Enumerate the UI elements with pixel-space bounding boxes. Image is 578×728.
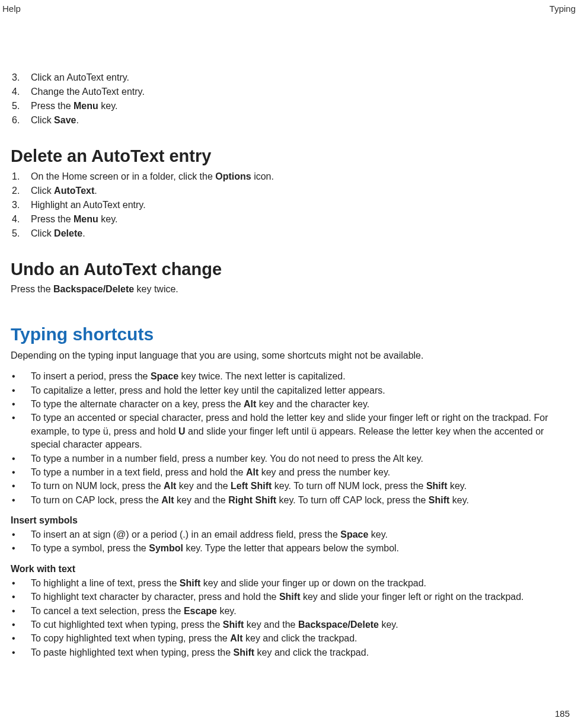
bullet-dot: • [11,452,31,465]
bold-text: Options [215,171,251,181]
step-text: Click Save. [31,113,567,127]
insert-symbols-head: Insert symbols [11,515,567,526]
list-item: 3.Click an AutoText entry. [11,71,567,85]
bold-text: Space [340,529,368,539]
step-text: Press the Menu key. [31,212,567,226]
bullet-text: To copy highlighted text when typing, pr… [31,632,567,645]
bold-text: Shift [279,592,301,602]
bullet-text: To type the alternate character on a key… [31,398,567,411]
list-item: •To type a number in a number field, pre… [11,452,567,465]
list-item: •To type a number in a text field, press… [11,466,567,479]
list-item: •To highlight text character by characte… [11,590,567,604]
bullet-dot: • [11,411,31,451]
step-number: 3. [11,71,31,85]
bold-text: Shift [223,620,244,630]
list-item: 3.Highlight an AutoText entry. [11,198,567,212]
step-text: Highlight an AutoText entry. [31,198,567,212]
bullet-text: To insert an at sign (@) or a period (.)… [31,528,567,541]
list-item: •To capitalize a letter, press and hold … [11,384,567,397]
bullet-text: To insert a period, press the Space key … [31,370,567,383]
bold-text: Shift [429,495,450,505]
delete-section-title: Delete an AutoText entry [11,146,567,166]
delete-steps-list: 1.On the Home screen or in a folder, cli… [11,170,567,241]
bullet-text: To highlight text character by character… [31,590,567,604]
bold-text: Alt [164,481,176,491]
bullet-text: To paste highlighted text when typing, p… [31,646,567,659]
list-item: •To highlight a line of text, press the … [11,577,567,590]
list-item: •To paste highlighted text when typing, … [11,646,567,659]
bold-text: Save [54,115,76,125]
bullet-text: To turn on NUM lock, press the Alt key a… [31,480,567,493]
step-number: 4. [11,212,31,226]
bullet-text: To highlight a line of text, press the S… [31,577,567,590]
list-item: •To insert a period, press the Space key… [11,370,567,383]
bold-text: Escape [184,606,217,616]
list-item: •To insert an at sign (@) or a period (.… [11,528,567,541]
bold-text: Backspace/Delete [53,284,134,294]
bold-text: Left Shift [231,481,272,491]
bold-text: Menu [74,214,98,224]
bullet-text: To type a symbol, press the Symbol key. … [31,542,567,555]
step-text: Click an AutoText entry. [31,71,567,85]
list-item: 2.Click AutoText. [11,184,567,198]
bullet-dot: • [11,494,31,507]
page-number: 185 [555,708,570,719]
bullet-dot: • [11,542,31,555]
shortcuts-bullets: •To insert a period, press the Space key… [11,370,567,507]
undo-section-title: Undo an AutoText change [11,260,567,279]
list-item: 5.Press the Menu key. [11,99,567,113]
header-left: Help [2,4,21,14]
undo-body: Press the Backspace/Delete key twice. [11,283,567,296]
bold-text: Shift [234,647,255,657]
header-right: Typing [550,4,576,14]
list-item: 5.Click Delete. [11,226,567,241]
list-item: 1.On the Home screen or in a folder, cli… [11,170,567,184]
page-header: Help Typing [0,0,578,14]
bold-text: Shift [180,578,201,588]
bold-text: Shift [426,481,448,491]
shortcuts-intro: Depending on the typing input language t… [11,349,567,362]
bullet-dot: • [11,590,31,604]
list-item: •To copy highlighted text when typing, p… [11,632,567,645]
bold-text: AutoText [54,186,94,196]
bold-text: Alt [246,467,258,477]
step-number: 6. [11,113,31,127]
step-text: Press the Menu key. [31,99,567,113]
list-item: 4.Change the AutoText entry. [11,85,567,99]
bold-text: Alt [244,399,256,409]
list-item: •To cancel a text selection, press the E… [11,605,567,618]
step-text: Click Delete. [31,226,567,241]
step-number: 4. [11,85,31,99]
shortcuts-section-title: Typing shortcuts [11,324,567,344]
bullet-dot: • [11,618,31,631]
bullet-dot: • [11,480,31,493]
bold-text: U [178,426,186,436]
bold-text: Alt [161,495,174,505]
bold-text: Symbol [149,543,183,553]
step-number: 5. [11,226,31,241]
bullet-text: To type a number in a number field, pres… [31,452,567,465]
bullet-text: To capitalize a letter, press and hold t… [31,384,567,397]
bullet-dot: • [11,577,31,590]
list-item: •To type an accented or special characte… [11,411,567,451]
bullet-dot: • [11,466,31,479]
step-number: 5. [11,99,31,113]
bullet-dot: • [11,370,31,383]
bullet-text: To type an accented or special character… [31,411,567,451]
step-text: On the Home screen or in a folder, click… [31,170,567,184]
step-number: 2. [11,184,31,198]
bullet-dot: • [11,398,31,411]
bullet-dot: • [11,632,31,645]
work-with-text-bullets: •To highlight a line of text, press the … [11,577,567,659]
step-number: 1. [11,170,31,184]
bold-text: Space [151,371,178,381]
initial-steps-list: 3.Click an AutoText entry.4.Change the A… [11,71,567,127]
bullet-dot: • [11,605,31,618]
list-item: 6.Click Save. [11,113,567,127]
bold-text: Delete [54,228,82,238]
bullet-text: To cancel a text selection, press the Es… [31,605,567,618]
insert-symbols-bullets: •To insert an at sign (@) or a period (.… [11,528,567,555]
step-text: Click AutoText. [31,184,567,198]
list-item: •To type a symbol, press the Symbol key.… [11,542,567,555]
bullet-dot: • [11,384,31,397]
